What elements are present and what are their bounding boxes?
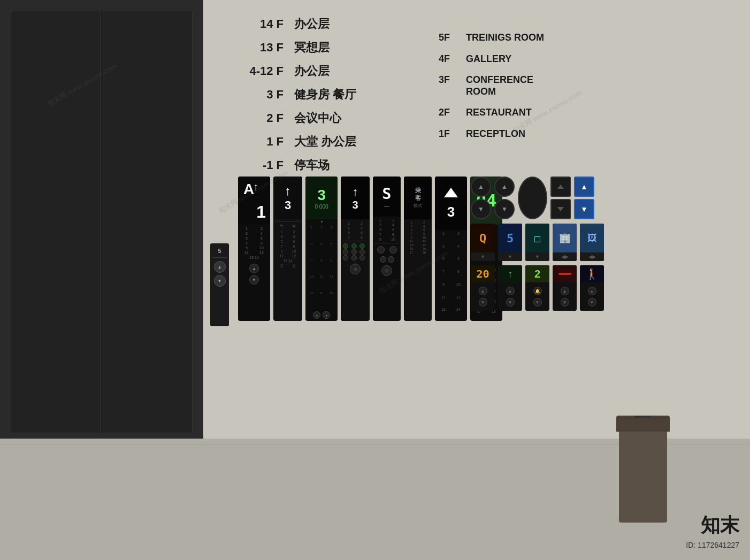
lcd-panel-2[interactable]: 5 ▼ xyxy=(498,224,522,261)
dir-row-b1f: -1 F 停车场 xyxy=(246,157,356,173)
floor-label-en-2f: 2F xyxy=(439,107,457,118)
elevator-panel-4[interactable]: ↑ 3 1 2 3 4 5 6 7 8 xyxy=(341,177,370,321)
call-btn-single[interactable]: ▲ xyxy=(494,177,515,197)
elevator-panel-3[interactable]: 3 0 000 1 2 3 4 5 6 7 8 9 10 11 12 13 14… xyxy=(305,177,338,321)
lcd-panels-row: Q ▼ 5 ▼ □ ▼ xyxy=(471,224,604,261)
dir-row-14f: 14 F 办公层 xyxy=(246,16,356,32)
lcd-panel-4[interactable]: 🏢 ◀▶ xyxy=(553,224,577,261)
dir-row-en-5f: 5F TREINIGS ROOM xyxy=(439,32,562,44)
floor-label-en-4f: 4F xyxy=(439,53,457,65)
dir-row-1f: 1 F 大堂 办公层 xyxy=(246,134,356,150)
panels-row: A ↑ 1 1 2 3 4 5 6 7 8 9 10 11 12 xyxy=(238,177,502,321)
elevator-door-panel-right xyxy=(103,11,193,433)
svg-marker-0 xyxy=(444,188,458,197)
directory-left: 14 F 办公层 13 F 冥想层 4-12 F 办公层 3 F 健身房 餐厅 … xyxy=(246,16,356,181)
floor-name-3f: 健身房 餐厅 xyxy=(294,87,356,103)
call-btn-big-oval[interactable] xyxy=(518,177,547,219)
elevator-panel-7[interactable]: 3 1 2 3 4 5 6 7 8 9 10 11 12 13 14 xyxy=(435,177,467,321)
dir-row-4-12f: 4-12 F 办公层 xyxy=(246,63,356,79)
floor-label-3f: 3 F xyxy=(246,88,284,102)
floor-name-1f: 大堂 办公层 xyxy=(294,134,356,150)
small-panels-row: 20 ▲ ▼ ↑ ▲ xyxy=(471,265,604,311)
floor-name-b1f: 停车场 xyxy=(294,157,330,173)
call-group-1[interactable]: ▲ ▼ xyxy=(471,177,491,219)
elevator-panel-5[interactable]: S — 1 2 3 4 5 6 7 8 9 10 xyxy=(373,177,401,321)
right-panels: ▲ ▼ ▲ ▼ xyxy=(471,177,604,311)
trash-body xyxy=(619,432,667,523)
brand-logo: 知末 xyxy=(701,512,739,539)
floor-name-2f: 会议中心 xyxy=(294,110,341,126)
dir-row-en-1f: 1F RECEPTLON xyxy=(439,128,562,140)
dir-row-13f: 13 F 冥想层 xyxy=(246,40,356,56)
floor-name-en-2f: RESTAURANT xyxy=(466,107,532,119)
floor-label-en-5f: 5F xyxy=(439,32,457,43)
floor-label-4-12f: 4-12 F xyxy=(246,64,284,78)
branding: 知末 ID: 1172641227 xyxy=(686,512,739,549)
elevator-door-panel-left xyxy=(11,11,101,433)
small-panel-3[interactable]: 2 🔔 ▼ xyxy=(525,265,549,311)
small-panel-4[interactable]: ▲ ▼ xyxy=(553,265,577,311)
floor-label-13f: 13 F xyxy=(246,41,284,55)
call-group-4[interactable] xyxy=(550,177,571,219)
elevator-panel-6[interactable]: 乘客 模式 1 2 3 4 5 6 7 8 9 10 11 12 13 xyxy=(404,177,432,321)
lcd-panel-3[interactable]: □ ▼ xyxy=(525,224,549,261)
dir-row-en-4f: 4F GALLERY xyxy=(439,53,562,65)
call-group-3[interactable] xyxy=(518,177,547,219)
small-panel-2[interactable]: ↑ ▲ ▼ xyxy=(498,265,522,311)
down-button[interactable]: ▼ xyxy=(214,275,226,287)
brand-id: ID: 1172641227 xyxy=(686,541,739,549)
lcd-panel-1[interactable]: Q ▼ xyxy=(471,224,495,261)
directory-right: 5F TREINIGS ROOM 4F GALLERY 3F CONFERENC… xyxy=(439,32,562,150)
call-btn-tri-up[interactable] xyxy=(550,177,571,197)
panel-1-display: A ↑ 1 xyxy=(238,177,270,225)
call-btn-up-1[interactable]: ▲ xyxy=(471,177,491,197)
floor-label-14f: 14 F xyxy=(246,17,284,31)
floor-label-1f: 1 F xyxy=(246,135,284,149)
sep1 xyxy=(212,257,227,258)
call-btn-blue-up[interactable]: ▲ xyxy=(574,177,594,197)
call-btn-tri-down[interactable] xyxy=(550,199,571,219)
floor-label-en-1f: 1F xyxy=(439,128,457,140)
dir-row-3f: 3 F 健身房 餐厅 xyxy=(246,87,356,103)
scene: 5 ▲ ▼ 14 F 办公层 13 F 冥想层 4-12 F 办公层 3 F 健… xyxy=(0,0,750,560)
call-btn-blue-down[interactable]: ▼ xyxy=(574,199,594,219)
floor-label-2f: 2 F xyxy=(246,111,284,125)
call-btn-down-1[interactable]: ▼ xyxy=(471,199,491,219)
floor-name-en-5f: TREINIGS ROOM xyxy=(466,32,544,44)
trash-top xyxy=(616,416,670,432)
floor-button-panel[interactable]: 5 ▲ ▼ xyxy=(210,243,229,326)
trash-pedestal xyxy=(616,410,670,517)
elevator-door xyxy=(11,11,193,433)
up-button[interactable]: ▲ xyxy=(214,261,226,273)
dir-row-en-2f: 2F RESTAURANT xyxy=(439,107,562,119)
floor-name-en-1f: RECEPTLON xyxy=(466,128,525,140)
trash-slot xyxy=(635,416,651,418)
call-group-5[interactable]: ▲ ▼ xyxy=(574,177,594,219)
floor-indicator: 5 xyxy=(218,248,221,254)
elevator-panel-1[interactable]: A ↑ 1 1 2 3 4 5 6 7 8 9 10 11 12 xyxy=(238,177,270,321)
dir-row-en-3f: 3F CONFERENCE ROOM xyxy=(439,74,562,97)
floor-name-en-3f: CONFERENCE ROOM xyxy=(466,74,562,97)
elevator-door-area xyxy=(0,0,203,439)
call-group-2[interactable]: ▲ ▼ xyxy=(494,177,515,219)
floor-name-4-12f: 办公层 xyxy=(294,63,330,79)
small-panel-5[interactable]: 🚶 ▲ ▼ xyxy=(580,265,604,311)
floor-name-14f: 办公层 xyxy=(294,16,330,32)
call-btn-down-2[interactable]: ▼ xyxy=(494,199,515,219)
call-buttons-row: ▲ ▼ ▲ ▼ xyxy=(471,177,604,219)
small-panel-1[interactable]: 20 ▲ ▼ xyxy=(471,265,495,311)
floor-name-13f: 冥想层 xyxy=(294,40,330,56)
elevator-panel-2[interactable]: ↑ 3 气 候 1 2 3 4 5 6 7 8 9 10 1 xyxy=(273,177,302,321)
dir-row-2f: 2 F 会议中心 xyxy=(246,110,356,126)
floor-name-en-4f: GALLERY xyxy=(466,53,511,65)
floor-label-b1f: -1 F xyxy=(246,158,284,172)
floor-label-en-3f: 3F xyxy=(439,74,457,86)
lcd-panel-5[interactable]: 🖼 ◀▶ xyxy=(580,224,604,261)
